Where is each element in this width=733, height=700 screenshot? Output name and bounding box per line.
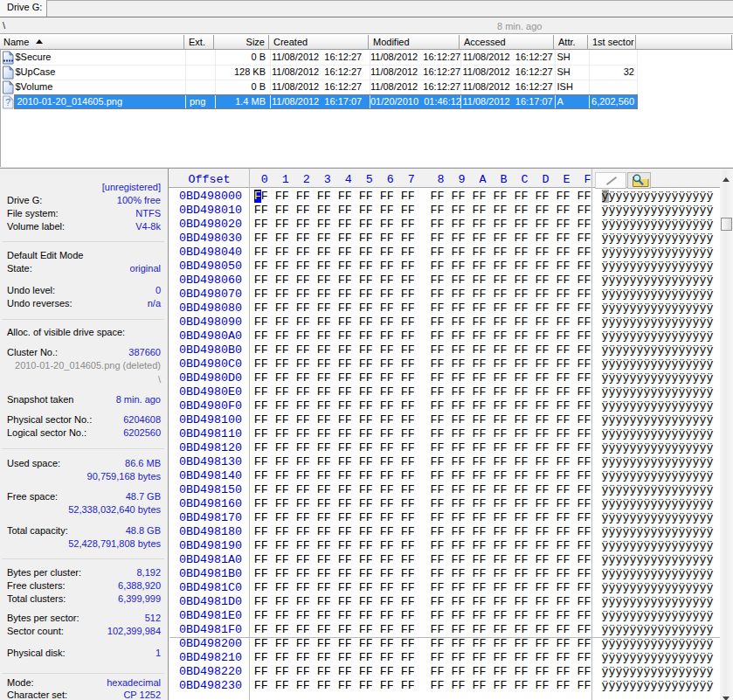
svg-text:?: ? xyxy=(5,98,10,107)
